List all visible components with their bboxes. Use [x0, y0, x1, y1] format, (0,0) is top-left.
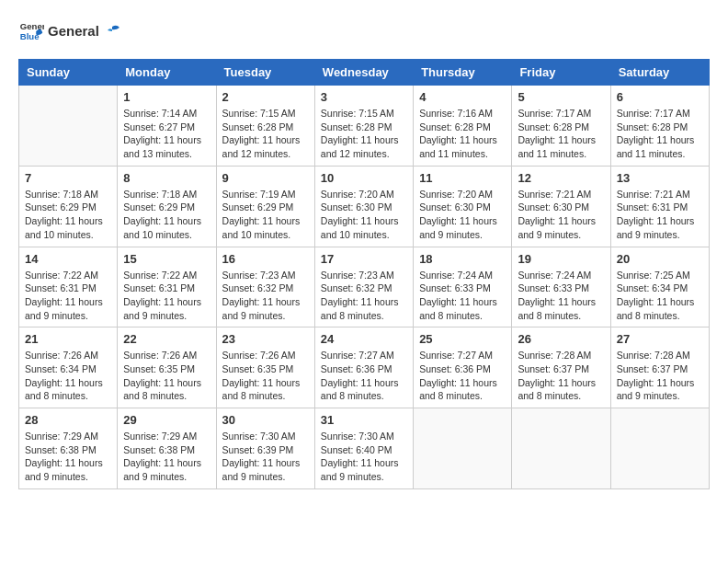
- day-of-week-header: Saturday: [610, 60, 709, 86]
- day-number: 17: [321, 252, 407, 266]
- day-info: Sunrise: 7:26 AMSunset: 6:34 PMDaylight:…: [25, 349, 111, 403]
- calendar-day-cell: 16Sunrise: 7:23 AMSunset: 6:32 PMDayligh…: [216, 247, 314, 327]
- day-info: Sunrise: 7:22 AMSunset: 6:31 PMDaylight:…: [25, 269, 111, 323]
- day-number: 1: [123, 90, 210, 104]
- day-info: Sunrise: 7:28 AMSunset: 6:37 PMDaylight:…: [518, 349, 604, 403]
- calendar-day-cell: 7Sunrise: 7:18 AMSunset: 6:29 PMDaylight…: [19, 166, 118, 247]
- day-info: Sunrise: 7:21 AMSunset: 6:31 PMDaylight:…: [617, 188, 703, 242]
- day-info: Sunrise: 7:30 AMSunset: 6:40 PMDaylight:…: [321, 430, 407, 484]
- day-number: 18: [419, 252, 506, 266]
- calendar-day-cell: 12Sunrise: 7:21 AMSunset: 6:30 PMDayligh…: [512, 166, 610, 247]
- day-number: 7: [25, 171, 111, 185]
- calendar-day-cell: 30Sunrise: 7:30 AMSunset: 6:39 PMDayligh…: [216, 408, 314, 489]
- day-number: 19: [518, 252, 604, 266]
- day-info: Sunrise: 7:17 AMSunset: 6:28 PMDaylight:…: [518, 107, 604, 161]
- calendar-day-cell: 13Sunrise: 7:21 AMSunset: 6:31 PMDayligh…: [610, 166, 709, 247]
- day-of-week-header: Sunday: [19, 60, 118, 86]
- day-number: 29: [123, 413, 210, 427]
- calendar-day-cell: 17Sunrise: 7:23 AMSunset: 6:32 PMDayligh…: [314, 247, 413, 327]
- day-number: 14: [25, 252, 111, 266]
- calendar-day-cell: 31Sunrise: 7:30 AMSunset: 6:40 PMDayligh…: [314, 408, 413, 489]
- logo-general-text: General: [48, 23, 103, 39]
- day-number: 28: [25, 413, 111, 427]
- day-of-week-header: Thursday: [414, 60, 512, 86]
- calendar-day-cell: 2Sunrise: 7:15 AMSunset: 6:28 PMDaylight…: [216, 86, 314, 167]
- calendar-week-row: 7Sunrise: 7:18 AMSunset: 6:29 PMDaylight…: [19, 166, 710, 247]
- header: General Blue General: [18, 18, 710, 44]
- day-info: Sunrise: 7:22 AMSunset: 6:31 PMDaylight:…: [123, 269, 210, 323]
- calendar-day-cell: 1Sunrise: 7:14 AMSunset: 6:27 PMDaylight…: [118, 86, 216, 167]
- calendar-day-cell: 15Sunrise: 7:22 AMSunset: 6:31 PMDayligh…: [118, 247, 216, 327]
- day-of-week-header: Wednesday: [314, 60, 413, 86]
- calendar-day-cell: 24Sunrise: 7:27 AMSunset: 6:36 PMDayligh…: [314, 327, 413, 408]
- day-info: Sunrise: 7:26 AMSunset: 6:35 PMDaylight:…: [222, 349, 309, 403]
- day-number: 12: [518, 171, 604, 185]
- day-number: 31: [321, 413, 407, 427]
- day-number: 11: [419, 171, 506, 185]
- day-number: 8: [123, 171, 210, 185]
- calendar-day-cell: 27Sunrise: 7:28 AMSunset: 6:37 PMDayligh…: [610, 327, 709, 408]
- day-info: Sunrise: 7:15 AMSunset: 6:28 PMDaylight:…: [321, 107, 407, 161]
- calendar-day-cell: 25Sunrise: 7:27 AMSunset: 6:36 PMDayligh…: [414, 327, 512, 408]
- day-info: Sunrise: 7:24 AMSunset: 6:33 PMDaylight:…: [419, 269, 506, 323]
- day-number: 27: [617, 332, 703, 346]
- calendar-day-cell: 22Sunrise: 7:26 AMSunset: 6:35 PMDayligh…: [118, 327, 216, 408]
- calendar-day-cell: 19Sunrise: 7:24 AMSunset: 6:33 PMDayligh…: [512, 247, 610, 327]
- day-info: Sunrise: 7:23 AMSunset: 6:32 PMDaylight:…: [321, 269, 407, 323]
- calendar-day-cell: 3Sunrise: 7:15 AMSunset: 6:28 PMDaylight…: [314, 86, 413, 167]
- calendar-header-row: SundayMondayTuesdayWednesdayThursdayFrid…: [19, 60, 710, 86]
- calendar-day-cell: 9Sunrise: 7:19 AMSunset: 6:29 PMDaylight…: [216, 166, 314, 247]
- calendar-day-cell: 26Sunrise: 7:28 AMSunset: 6:37 PMDayligh…: [512, 327, 610, 408]
- day-info: Sunrise: 7:25 AMSunset: 6:34 PMDaylight:…: [617, 269, 703, 323]
- day-info: Sunrise: 7:27 AMSunset: 6:36 PMDaylight:…: [419, 349, 506, 403]
- day-of-week-header: Monday: [118, 60, 216, 86]
- calendar-week-row: 1Sunrise: 7:14 AMSunset: 6:27 PMDaylight…: [19, 86, 710, 167]
- day-number: 25: [419, 332, 506, 346]
- day-info: Sunrise: 7:14 AMSunset: 6:27 PMDaylight:…: [123, 107, 210, 161]
- day-info: Sunrise: 7:15 AMSunset: 6:28 PMDaylight:…: [222, 107, 309, 161]
- day-info: Sunrise: 7:20 AMSunset: 6:30 PMDaylight:…: [419, 188, 506, 242]
- calendar-day-cell: [414, 408, 512, 489]
- calendar-day-cell: 11Sunrise: 7:20 AMSunset: 6:30 PMDayligh…: [414, 166, 512, 247]
- day-number: 24: [321, 332, 407, 346]
- day-number: 6: [617, 90, 703, 104]
- day-number: 9: [222, 171, 309, 185]
- day-of-week-header: Tuesday: [216, 60, 314, 86]
- day-info: Sunrise: 7:29 AMSunset: 6:38 PMDaylight:…: [25, 430, 111, 484]
- calendar-day-cell: 4Sunrise: 7:16 AMSunset: 6:28 PMDaylight…: [414, 86, 512, 167]
- day-number: 10: [321, 171, 407, 185]
- day-number: 2: [222, 90, 309, 104]
- day-number: 4: [419, 90, 506, 104]
- calendar-day-cell: 29Sunrise: 7:29 AMSunset: 6:38 PMDayligh…: [118, 408, 216, 489]
- day-info: Sunrise: 7:17 AMSunset: 6:28 PMDaylight:…: [617, 107, 703, 161]
- day-number: 13: [617, 171, 703, 185]
- logo-bird-icon: [104, 23, 120, 40]
- logo-icon: General Blue: [18, 18, 44, 44]
- calendar-day-cell: 20Sunrise: 7:25 AMSunset: 6:34 PMDayligh…: [610, 247, 709, 327]
- day-info: Sunrise: 7:29 AMSunset: 6:38 PMDaylight:…: [123, 430, 210, 484]
- day-info: Sunrise: 7:18 AMSunset: 6:29 PMDaylight:…: [123, 188, 210, 242]
- day-number: 20: [617, 252, 703, 266]
- day-number: 21: [25, 332, 111, 346]
- day-of-week-header: Friday: [512, 60, 610, 86]
- calendar-table: SundayMondayTuesdayWednesdayThursdayFrid…: [18, 59, 710, 489]
- day-info: Sunrise: 7:26 AMSunset: 6:35 PMDaylight:…: [123, 349, 210, 403]
- day-info: Sunrise: 7:19 AMSunset: 6:29 PMDaylight:…: [222, 188, 309, 242]
- calendar-day-cell: [512, 408, 610, 489]
- day-info: Sunrise: 7:24 AMSunset: 6:33 PMDaylight:…: [518, 269, 604, 323]
- day-info: Sunrise: 7:23 AMSunset: 6:32 PMDaylight:…: [222, 269, 309, 323]
- calendar-day-cell: [19, 86, 118, 167]
- calendar-day-cell: [610, 408, 709, 489]
- logo: General Blue General: [18, 18, 120, 44]
- calendar-day-cell: 18Sunrise: 7:24 AMSunset: 6:33 PMDayligh…: [414, 247, 512, 327]
- day-number: 26: [518, 332, 604, 346]
- calendar-day-cell: 10Sunrise: 7:20 AMSunset: 6:30 PMDayligh…: [314, 166, 413, 247]
- day-number: 3: [321, 90, 407, 104]
- calendar-day-cell: 8Sunrise: 7:18 AMSunset: 6:29 PMDaylight…: [118, 166, 216, 247]
- day-number: 23: [222, 332, 309, 346]
- calendar-day-cell: 28Sunrise: 7:29 AMSunset: 6:38 PMDayligh…: [19, 408, 118, 489]
- day-info: Sunrise: 7:28 AMSunset: 6:37 PMDaylight:…: [617, 349, 703, 403]
- calendar-day-cell: 14Sunrise: 7:22 AMSunset: 6:31 PMDayligh…: [19, 247, 118, 327]
- day-info: Sunrise: 7:16 AMSunset: 6:28 PMDaylight:…: [419, 107, 506, 161]
- calendar-day-cell: 6Sunrise: 7:17 AMSunset: 6:28 PMDaylight…: [610, 86, 709, 167]
